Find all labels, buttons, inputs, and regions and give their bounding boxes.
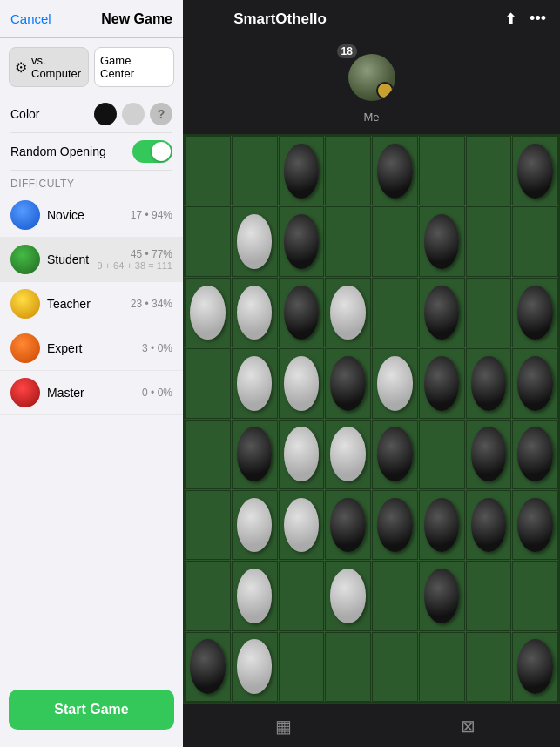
board-cell[interactable] bbox=[419, 561, 465, 630]
white-piece bbox=[330, 569, 366, 623]
share-icon[interactable]: ⬆ bbox=[504, 10, 517, 29]
black-piece bbox=[517, 144, 553, 199]
board-cell[interactable] bbox=[466, 420, 512, 489]
board-cell[interactable] bbox=[466, 206, 512, 276]
board-cell[interactable] bbox=[512, 561, 558, 630]
difficulty-item-student[interactable]: Student45 • 77%9 + 64 + 38 = 111 bbox=[0, 238, 183, 282]
color-black-option[interactable] bbox=[94, 103, 117, 125]
board-cell[interactable] bbox=[232, 136, 278, 205]
vs-computer-button[interactable]: ⚙ vs. Computer bbox=[9, 47, 89, 87]
board-cell[interactable] bbox=[372, 632, 418, 702]
board-cell[interactable] bbox=[466, 278, 512, 347]
board-cell[interactable] bbox=[279, 136, 325, 205]
board-cell[interactable] bbox=[466, 561, 512, 630]
white-piece bbox=[284, 356, 320, 411]
board-cell[interactable] bbox=[325, 561, 371, 630]
board-cell[interactable] bbox=[419, 206, 465, 276]
white-piece bbox=[330, 427, 366, 481]
board-cell[interactable] bbox=[279, 348, 325, 418]
white-piece bbox=[377, 356, 413, 411]
board-cell[interactable] bbox=[466, 136, 512, 205]
board-cell[interactable] bbox=[232, 632, 278, 702]
board-cell[interactable] bbox=[325, 206, 371, 276]
tab-grid-icon[interactable]: ▦ bbox=[275, 716, 292, 737]
black-piece bbox=[424, 286, 460, 340]
board-cell[interactable] bbox=[466, 490, 512, 560]
board-cell[interactable] bbox=[419, 278, 465, 347]
board-cell[interactable] bbox=[466, 348, 512, 418]
black-piece bbox=[377, 427, 413, 481]
start-game-button[interactable]: Start Game bbox=[9, 690, 174, 730]
color-random-option[interactable]: ? bbox=[150, 103, 172, 125]
board-cell[interactable] bbox=[512, 420, 558, 489]
board-cell[interactable] bbox=[512, 632, 558, 702]
board-cell[interactable] bbox=[512, 278, 558, 347]
board-cell[interactable] bbox=[185, 561, 231, 630]
board-cell[interactable] bbox=[419, 136, 465, 205]
board-cell[interactable] bbox=[185, 632, 231, 702]
board-cell[interactable] bbox=[325, 632, 371, 702]
difficulty-item-teacher[interactable]: Teacher23 • 34% bbox=[0, 282, 183, 326]
black-piece bbox=[424, 498, 460, 553]
board-cell[interactable] bbox=[419, 632, 465, 702]
board-cell[interactable] bbox=[372, 348, 418, 418]
board-cell[interactable] bbox=[185, 136, 231, 205]
board-cell[interactable] bbox=[232, 278, 278, 347]
board-cell[interactable] bbox=[372, 206, 418, 276]
board-cell[interactable] bbox=[325, 490, 371, 560]
app-title: SmartOthello bbox=[233, 10, 327, 28]
color-white-option[interactable] bbox=[122, 103, 145, 125]
player-badge: 18 bbox=[337, 44, 357, 58]
board-cell[interactable] bbox=[232, 490, 278, 560]
board-cell[interactable] bbox=[419, 490, 465, 560]
board-cell[interactable] bbox=[325, 136, 371, 205]
game-center-button[interactable]: Game Center bbox=[94, 47, 174, 87]
board-cell[interactable] bbox=[279, 278, 325, 347]
board-cell[interactable] bbox=[232, 420, 278, 489]
random-opening-toggle[interactable] bbox=[132, 140, 172, 163]
board-cell[interactable] bbox=[372, 490, 418, 560]
board-cell[interactable] bbox=[185, 348, 231, 418]
board-cell[interactable] bbox=[512, 206, 558, 276]
board-cell[interactable] bbox=[419, 420, 465, 489]
board-cell[interactable] bbox=[279, 490, 325, 560]
board-cell[interactable] bbox=[185, 278, 231, 347]
board-cell[interactable] bbox=[279, 206, 325, 276]
board-cell[interactable] bbox=[325, 278, 371, 347]
difficulty-name-master: Master bbox=[47, 386, 142, 400]
board-cell[interactable] bbox=[512, 348, 558, 418]
cancel-button[interactable]: Cancel bbox=[10, 11, 51, 26]
board-cell[interactable] bbox=[232, 206, 278, 276]
top-bar-actions: ⬆ ••• bbox=[504, 10, 546, 29]
board-cell[interactable] bbox=[279, 632, 325, 702]
othello-board[interactable] bbox=[183, 134, 560, 703]
difficulty-item-master[interactable]: Master0 • 0% bbox=[0, 371, 183, 415]
board-cell[interactable] bbox=[512, 490, 558, 560]
board-cell[interactable] bbox=[325, 348, 371, 418]
board-cell[interactable] bbox=[232, 561, 278, 630]
board-cell[interactable] bbox=[372, 278, 418, 347]
color-label: Color bbox=[10, 107, 39, 121]
board-cell[interactable] bbox=[185, 420, 231, 489]
white-piece bbox=[237, 286, 273, 340]
board-cell[interactable] bbox=[232, 348, 278, 418]
difficulty-item-expert[interactable]: Expert3 • 0% bbox=[0, 326, 183, 371]
difficulty-item-novice[interactable]: Novice17 • 94% bbox=[0, 193, 183, 238]
tab-flag-icon[interactable]: ⊠ bbox=[461, 716, 476, 737]
toggle-knob bbox=[152, 142, 171, 161]
board-cell[interactable] bbox=[279, 561, 325, 630]
board-cell[interactable] bbox=[419, 348, 465, 418]
board-cell[interactable] bbox=[185, 490, 231, 560]
board-cell[interactable] bbox=[372, 420, 418, 489]
white-piece bbox=[284, 427, 320, 481]
board-cell[interactable] bbox=[372, 561, 418, 630]
black-piece bbox=[284, 144, 320, 199]
board-cell[interactable] bbox=[372, 136, 418, 205]
more-icon[interactable]: ••• bbox=[530, 10, 546, 29]
white-piece bbox=[237, 569, 273, 623]
board-cell[interactable] bbox=[279, 420, 325, 489]
board-cell[interactable] bbox=[512, 136, 558, 205]
board-cell[interactable] bbox=[325, 420, 371, 489]
board-cell[interactable] bbox=[466, 632, 512, 702]
board-cell[interactable] bbox=[185, 206, 231, 276]
